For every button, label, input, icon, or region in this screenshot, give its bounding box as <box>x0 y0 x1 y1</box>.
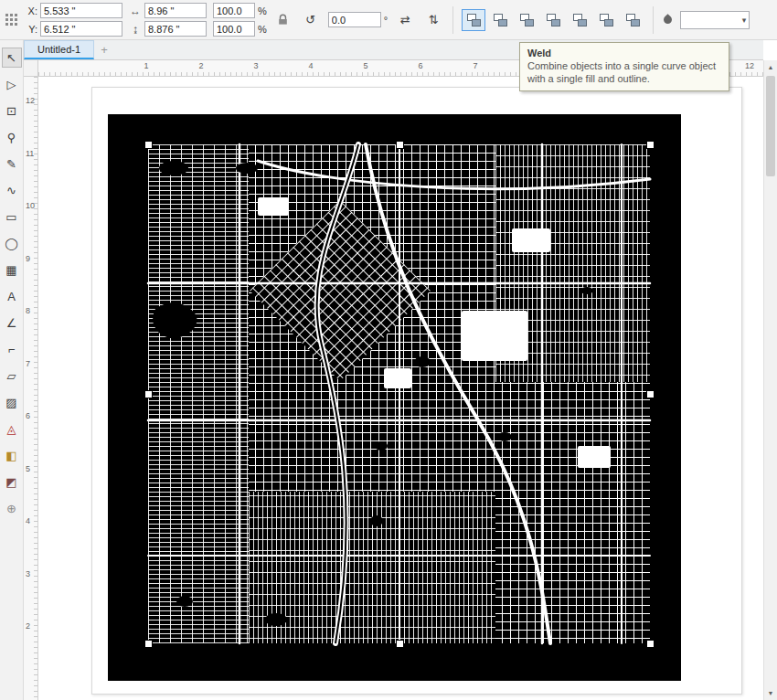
scale-x-unit: % <box>258 5 267 16</box>
scrollbar-thumb[interactable] <box>766 76 775 176</box>
freehand-tool[interactable]: ✎ <box>2 154 22 174</box>
selection-handle[interactable] <box>144 141 153 149</box>
selection-handle[interactable] <box>646 640 655 648</box>
new-document-tab-button[interactable]: + <box>94 43 114 59</box>
h-ruler-number: 12 <box>745 61 754 70</box>
y-position-label: Y: <box>26 24 37 35</box>
h-ruler-number: 6 <box>418 61 422 70</box>
rotate-button[interactable]: ↺ <box>300 9 322 31</box>
h-ruler-number: 1 <box>144 61 148 70</box>
v-ruler-number: 7 <box>26 359 30 368</box>
outline-width-dropdown[interactable]: ▾ <box>680 11 750 29</box>
v-ruler-number: 10 <box>26 201 35 210</box>
vertical-scrollbar[interactable]: ▲ ▼ <box>763 60 777 700</box>
ruler-origin-corner[interactable] <box>24 60 38 77</box>
rotation-unit: ° <box>384 15 388 26</box>
y-position-input[interactable] <box>40 21 122 37</box>
rotate-icon: ↺ <box>305 13 315 27</box>
shaping-buttons-group <box>462 9 644 31</box>
ellipse-tool[interactable]: ◯ <box>2 233 22 253</box>
object-width-input[interactable] <box>144 3 207 18</box>
property-bar: X: Y: ↔ ↨ % % <box>0 0 777 40</box>
mirror-vertical-icon: ⇅ <box>429 13 439 27</box>
front-minus-back-button[interactable] <box>568 9 591 31</box>
text-tool[interactable]: A <box>2 286 22 306</box>
lock-icon <box>277 14 289 26</box>
x-position-label: X: <box>26 5 37 16</box>
scroll-down-arrow[interactable]: ▼ <box>764 686 777 700</box>
mirror-horizontal-icon: ⇄ <box>400 13 410 27</box>
simplify-button[interactable] <box>541 9 565 31</box>
canvas-area[interactable] <box>38 77 763 700</box>
vertical-ruler[interactable]: 12111098765432 <box>24 77 38 700</box>
chevron-down-icon: ▾ <box>742 16 747 25</box>
interactive-fill-tool[interactable]: ◧ <box>2 445 22 465</box>
zoom-tool[interactable]: ⚲ <box>2 127 22 147</box>
connector-tool[interactable]: ⌐ <box>2 339 22 359</box>
app-window: X: Y: ↔ ↨ % % <box>0 0 777 700</box>
quick-customize-button[interactable]: ⊕ <box>2 498 22 518</box>
mirror-vertical-button[interactable]: ⇅ <box>422 9 444 31</box>
selection-handle[interactable] <box>646 141 655 149</box>
v-ruler-number: 9 <box>26 254 30 263</box>
toolbar-separator <box>653 6 654 34</box>
toolbar-separator <box>452 6 453 34</box>
scale-x-input[interactable] <box>213 3 255 18</box>
toolbox: ↖▷⊡⚲✎∿▭◯▦A∠⌐▱▨◬◧◩⊕ <box>0 40 24 700</box>
h-ruler-number: 2 <box>198 61 203 70</box>
transparency-tool[interactable]: ▨ <box>2 392 22 412</box>
create-boundary-button[interactable] <box>621 9 644 31</box>
dimension-tool[interactable]: ∠ <box>2 313 22 333</box>
selection-handle[interactable] <box>646 390 655 398</box>
weld-button[interactable] <box>462 9 485 31</box>
tab-title: Untitled-1 <box>37 44 80 55</box>
color-eyedropper-tool[interactable]: ◬ <box>2 419 22 439</box>
scale-y-unit: % <box>258 24 267 35</box>
object-width-icon: ↔ <box>129 5 142 16</box>
pick-tool[interactable]: ↖ <box>2 48 22 68</box>
v-ruler-number: 6 <box>26 411 30 420</box>
tab-untitled-1[interactable]: Untitled-1 <box>24 40 94 59</box>
outline-width-icon <box>662 14 674 26</box>
selection-handle[interactable] <box>396 141 404 149</box>
tooltip-title: Weld <box>527 48 721 58</box>
v-ruler-number: 4 <box>26 516 30 525</box>
lock-ratio-button[interactable] <box>273 5 293 36</box>
crop-tool[interactable]: ⊡ <box>2 101 22 121</box>
v-ruler-number: 2 <box>26 621 30 631</box>
v-ruler-number: 11 <box>26 149 34 158</box>
scroll-up-arrow[interactable]: ▲ <box>764 60 777 74</box>
object-origin-indicator[interactable] <box>5 14 17 26</box>
h-ruler-number: 5 <box>363 61 367 70</box>
mirror-horizontal-button[interactable]: ⇄ <box>394 9 416 31</box>
h-ruler-number: 7 <box>473 61 477 70</box>
artistic-media-tool[interactable]: ∿ <box>2 180 22 200</box>
rectangle-tool[interactable]: ▭ <box>2 207 22 227</box>
rotation-angle-input[interactable] <box>328 12 381 27</box>
tooltip-line-2: with a single fill and outline. <box>527 73 721 86</box>
back-minus-front-button[interactable] <box>594 9 618 31</box>
selection-handle[interactable] <box>144 390 153 398</box>
trim-button[interactable] <box>488 9 512 31</box>
object-height-input[interactable] <box>144 21 207 37</box>
v-ruler-number: 5 <box>26 464 30 473</box>
scale-y-input[interactable] <box>213 21 255 37</box>
graph-paper-tool[interactable]: ▦ <box>2 260 22 280</box>
h-ruler-number: 4 <box>308 61 313 70</box>
smart-fill-tool[interactable]: ◩ <box>2 472 22 492</box>
selection-handle[interactable] <box>144 640 153 648</box>
weld-tooltip: Weld Combine objects into a single curve… <box>519 42 729 91</box>
selection-handle[interactable] <box>396 640 404 648</box>
object-height-icon: ↨ <box>129 24 142 35</box>
map-artwork[interactable] <box>108 114 681 681</box>
intersect-button[interactable] <box>515 9 538 31</box>
v-ruler-number: 12 <box>26 96 35 105</box>
v-ruler-number: 3 <box>26 569 30 578</box>
x-position-input[interactable] <box>40 3 122 18</box>
v-ruler-number: 8 <box>26 306 30 315</box>
h-ruler-number: 3 <box>253 61 258 70</box>
drop-shadow-tool[interactable]: ▱ <box>2 366 22 386</box>
tooltip-line-1: Combine objects into a single curve obje… <box>527 60 721 73</box>
shape-tool[interactable]: ▷ <box>2 74 22 94</box>
